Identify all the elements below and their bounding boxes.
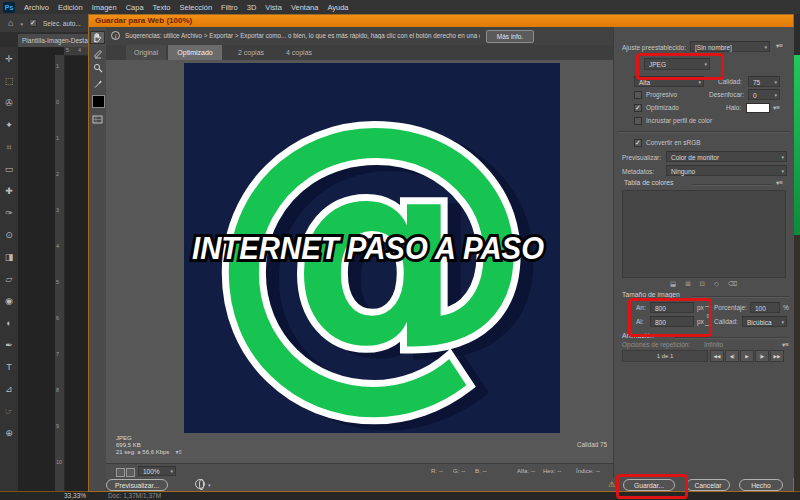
color-table-menu-icon[interactable] — [776, 179, 783, 187]
lasso-tool-icon[interactable]: ✇ — [5, 99, 13, 110]
toggle-slices-button[interactable] — [90, 113, 105, 126]
marquee-tool-icon[interactable]: ⬚ — [5, 77, 14, 88]
type-tool-icon[interactable]: T — [6, 363, 12, 374]
dodge-tool-icon[interactable]: ◐ — [6, 319, 11, 330]
blur-field[interactable]: 0 — [748, 89, 780, 100]
preset-label: Ajuste preestablecido: — [622, 44, 686, 51]
slices-visibility-icon — [92, 115, 103, 124]
optimized-checkbox[interactable] — [634, 104, 642, 112]
metadata-select[interactable]: Ninguno — [666, 165, 787, 176]
brush-tool-icon[interactable]: ✑ — [5, 209, 13, 220]
preview-select[interactable]: Color de monitor — [666, 151, 787, 162]
more-info-button[interactable]: Más info. — [486, 30, 534, 43]
pen-tool-icon[interactable]: ✒ — [5, 341, 13, 352]
percent-unit: % — [783, 304, 789, 311]
height-field[interactable]: 800 — [650, 316, 694, 327]
preset-select[interactable]: [Sin nombre] — [690, 41, 770, 52]
table-action-icon[interactable]: ⊡ — [700, 280, 705, 288]
preview-option-icon[interactable] — [116, 468, 125, 477]
done-button[interactable]: Hecho — [739, 479, 783, 491]
previsualizar-button[interactable]: Previsualizar... — [106, 479, 168, 491]
wand-tool-icon[interactable]: ✦ — [5, 121, 13, 132]
menu-item-filtro[interactable]: Filtro — [221, 3, 238, 12]
menu-item-ventana[interactable]: Ventana — [291, 3, 319, 12]
document-tab[interactable]: Plantilla-Imagen-Destaca... — [18, 34, 92, 47]
readout-alfa: Alfa:-- — [517, 468, 535, 474]
menu-item-capa[interactable]: Capa — [126, 3, 144, 12]
divider — [674, 337, 790, 339]
cancel-button[interactable]: Cancelar — [686, 479, 730, 491]
preview-option-icon[interactable] — [126, 468, 135, 477]
table-action-icon[interactable]: ◇ — [714, 280, 719, 288]
eyedropper-color-swatch[interactable] — [92, 95, 105, 108]
first-frame-button[interactable]: ◀◀ — [710, 350, 724, 362]
menu-item-seleccion[interactable]: Selección — [180, 3, 213, 12]
tab-optimizado[interactable]: Optimizado — [168, 45, 222, 60]
banner-text: INTERNET PASO A PASO — [192, 231, 544, 266]
next-frame-button[interactable]: |▶ — [755, 350, 769, 362]
move-tool-icon[interactable] — [19, 18, 23, 28]
frame-tool-icon[interactable]: ▭ — [5, 165, 14, 176]
menu-item-archivo[interactable]: Archivo — [24, 3, 49, 12]
tab-original[interactable]: Original — [126, 45, 166, 60]
stamp-tool-icon[interactable]: ⊙ — [5, 231, 13, 242]
hand-tool-icon[interactable]: ☞ — [5, 407, 13, 418]
chevron-down-icon[interactable] — [208, 482, 211, 488]
tab-2-copias[interactable]: 2 copias — [230, 45, 272, 60]
preview-area[interactable]: @ @ INTERNET PASO A PASO JPEG 699,5 KB 2… — [106, 60, 613, 463]
compression-select[interactable]: Alta — [634, 76, 704, 87]
table-action-icon[interactable]: ⬓ — [670, 280, 676, 288]
width-field[interactable]: 800 — [650, 302, 694, 313]
hand-tool-button[interactable] — [90, 31, 105, 44]
link-dimensions-icon[interactable] — [705, 306, 710, 326]
resample-select[interactable]: Bicúbica — [742, 316, 787, 327]
loop-value[interactable]: Infinito — [704, 341, 723, 348]
progressive-checkbox[interactable] — [634, 91, 642, 99]
height-label: Al: — [636, 318, 644, 325]
panel-menu-icon[interactable] — [776, 42, 783, 50]
menu-item-texto[interactable]: Texto — [153, 3, 171, 12]
eyedropper-tool-button[interactable] — [90, 77, 105, 90]
slice-select-tool-button[interactable] — [90, 47, 105, 60]
tab-4-copias[interactable]: 4 copias — [278, 45, 320, 60]
previous-frame-button[interactable]: ◀| — [725, 350, 739, 362]
home-icon[interactable] — [8, 18, 13, 28]
file-info-menu-icon[interactable] — [175, 449, 182, 455]
format-select[interactable]: JPEG — [644, 58, 710, 70]
history-brush-tool-icon[interactable]: ◨ — [5, 253, 14, 264]
dialog-title-bar[interactable]: Guardar para Web (100%) — [89, 15, 793, 27]
crop-tool-icon[interactable]: ⌗ — [6, 143, 11, 154]
last-frame-button[interactable]: ▶▶ — [770, 350, 784, 362]
save-for-web-dialog: Guardar para Web (100%) — [88, 14, 794, 492]
browser-preview-icon[interactable] — [195, 479, 205, 489]
delete-icon[interactable]: ⌫ — [728, 280, 737, 288]
auto-select-checkbox[interactable] — [29, 19, 37, 27]
gradient-tool-icon[interactable]: ◉ — [5, 297, 13, 308]
preview-status-row: 100% R:-- G:-- B:-- Alfa:-- Hex:-- Índic… — [106, 463, 613, 479]
healing-tool-icon[interactable]: ✚ — [5, 187, 13, 198]
percent-field[interactable]: 100 — [750, 302, 780, 313]
matte-color-swatch[interactable] — [746, 103, 770, 113]
menu-item-3d[interactable]: 3D — [247, 3, 257, 12]
readout-hex: Hex:-- — [543, 468, 561, 474]
menu-item-ayuda[interactable]: Ayuda — [327, 3, 348, 12]
zoom-tool-icon[interactable]: ⊕ — [5, 429, 13, 440]
convert-srgb-checkbox[interactable] — [634, 139, 642, 147]
embed-profile-checkbox[interactable] — [634, 117, 642, 125]
tip-text: Sugerencias: utilice Archivo > Exportar … — [125, 32, 480, 39]
eraser-tool-icon[interactable]: ▱ — [6, 275, 13, 286]
menu-item-edicion[interactable]: Edición — [58, 3, 83, 12]
status-zoom-level[interactable]: 33,33% — [64, 492, 86, 499]
zoom-level-select[interactable]: 100% — [138, 466, 176, 476]
loop-select-chevron[interactable] — [782, 341, 789, 349]
matte-menu-icon[interactable] — [773, 104, 780, 112]
menu-item-vista[interactable]: Vista — [265, 3, 282, 12]
menu-item-imagen[interactable]: Imagen — [92, 3, 117, 12]
zoom-tool-button[interactable] — [90, 61, 105, 74]
path-select-tool-icon[interactable]: ⊿ — [5, 385, 13, 396]
table-action-icon[interactable]: ⊞ — [685, 280, 690, 288]
save-button[interactable]: Guardar... — [623, 479, 675, 491]
quality-field[interactable]: 75 — [748, 76, 780, 87]
play-button[interactable]: ▶ — [740, 350, 754, 362]
move-tool-icon[interactable]: ✛ — [5, 55, 13, 66]
